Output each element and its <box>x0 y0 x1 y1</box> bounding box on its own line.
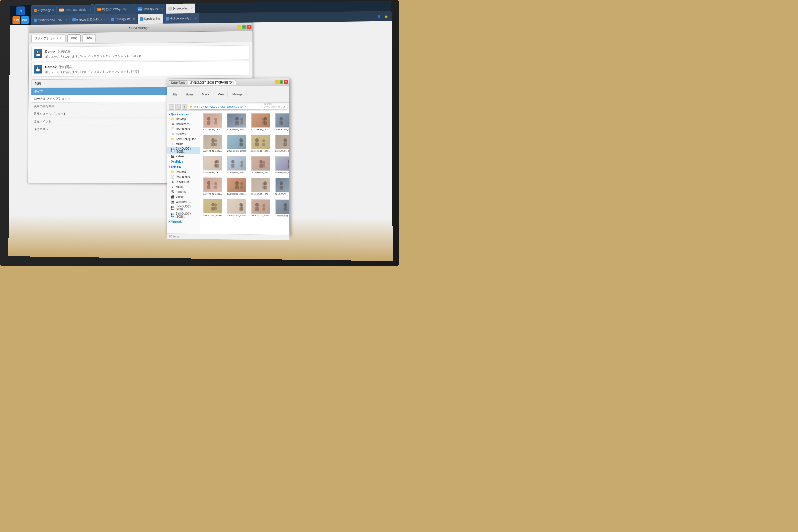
tab-fs3017[interactable]: DSM FS3017_VMMp - Sy... ✕ <box>94 4 135 15</box>
thumbnail-item[interactable]: 2018-03-01_165... <box>249 155 272 175</box>
tab-synology-3[interactable]: Synology Inc. <box>137 14 163 24</box>
sidebar-pc-synology-1[interactable]: 💾 SYNOLOGY iSCSI... <box>167 204 200 212</box>
tab-synology-active[interactable]: Synology Inc. ✕ <box>166 3 195 14</box>
sidebar-documents[interactable]: 📄 Documents <box>167 127 200 132</box>
sidebar-videos[interactable]: 🎬 Videos <box>167 154 200 159</box>
thumbnail-item[interactable]: 2018-03-01_16370 0 <box>225 176 248 197</box>
thumbnail-item[interactable]: Pero Rydes_SPB Edit... <box>274 155 289 175</box>
nav-back-btn[interactable]: ← <box>169 104 174 110</box>
thumbnail-item[interactable]: 2018-03-01_16914 <box>273 112 289 132</box>
snapshot-btn[interactable]: スナップショット ▼ <box>31 34 65 42</box>
app-icon-1[interactable]: ⊞ <box>16 6 25 15</box>
thumbnail-item[interactable]: 2018-03-01_17046 <box>225 197 248 218</box>
thumbnail-item[interactable]: 2018-03-01_1700S 6 (T) <box>274 176 289 197</box>
tab-high-availability[interactable]: High Availability |... ✕ <box>163 13 199 24</box>
sidebar-onedrive-header[interactable]: ▸ OneDrive <box>167 159 200 164</box>
sidebar-pc-synology-2[interactable]: 💾 SYNOLOGY iSCSI... <box>167 211 200 219</box>
synology-iscsi-qa-icon: 💾 <box>171 148 175 152</box>
sidebar-onedrive: ▸ OneDrive <box>167 159 200 164</box>
close-btn[interactable]: ✕ <box>247 25 251 29</box>
search-box[interactable]: Search SYNOLOGY iSCSI STO... <box>262 104 287 109</box>
pc-videos-icon: 🎬 <box>171 195 175 199</box>
iscsi-app-icon[interactable]: iSCSI <box>21 16 29 24</box>
tab-entry-cgi[interactable]: entry.cgi (1920x45...) ✕ <box>70 14 108 24</box>
sidebar-music[interactable]: ♪ Music <box>167 141 200 147</box>
svg-point-45 <box>240 161 243 164</box>
tab-drive-tools[interactable]: Drive Tools <box>169 80 187 84</box>
sidebar-synology-iscsi-qa[interactable]: 💾 SYNOLOGY iSCSI... <box>167 147 200 154</box>
thumbnail-item[interactable]: 2018-03-01_1685... <box>274 133 290 154</box>
tab-synology-1[interactable]: - Synology ✕ <box>31 5 57 15</box>
clone-btn[interactable]: 複製 <box>82 34 95 42</box>
col-type: タイプ <box>31 88 171 95</box>
sidebar-this-pc-header[interactable]: ▾ This PC <box>167 165 200 169</box>
sidebar-pc-videos[interactable]: 🎬 Videos <box>167 194 200 200</box>
nav-up-btn[interactable]: ↑ <box>182 104 187 110</box>
tab-synology-2[interactable]: Synology Inc. ✕ <box>108 14 137 24</box>
nav-forward-btn[interactable]: → <box>175 104 181 110</box>
thumbnail-item[interactable]: 2018-03-01_16524 <box>225 133 248 153</box>
svg-point-13 <box>240 118 243 121</box>
svg-rect-10 <box>215 121 217 125</box>
svg-rect-84 <box>284 207 287 211</box>
tab-rs4017[interactable]: DSM RS4017xs_VMMp - ✕ <box>57 4 94 15</box>
sidebar-pictures[interactable]: 🖼 Pictures <box>167 132 200 136</box>
ribbon-view-btn[interactable]: View <box>216 92 226 97</box>
svg-rect-46 <box>240 164 243 168</box>
minimize-btn[interactable]: − <box>237 25 241 29</box>
thumbnail-item[interactable]: 2018-03-01_16535 2 <box>249 133 272 154</box>
explorer-maximize[interactable]: □ <box>280 80 283 84</box>
demo-item-2[interactable]: Demo2 予約済み ボリューム 1 にあります, Btrfs, インスタントス… <box>31 61 250 77</box>
thumbnail-item[interactable]: 2018-03-01_16510 6 <box>201 112 224 132</box>
thumbnail-item[interactable]: 2018-03-01_16513 4 <box>249 112 272 132</box>
explorer-close[interactable]: ✕ <box>284 80 288 84</box>
svg-rect-18 <box>262 121 265 125</box>
sidebar-network-header[interactable]: ▸ Network <box>167 219 200 224</box>
thumbnail-item[interactable]: 2018-03-01_17003 <box>201 197 224 218</box>
sidebar-pc-pictures[interactable]: 🖼 Pictures <box>167 189 200 194</box>
svg-point-9 <box>215 118 217 121</box>
thumbnail-item[interactable]: 2018-03-01_16552 2 <box>201 155 224 175</box>
thumbnail-item[interactable]: 2018-03-01_16532 2 <box>225 112 248 132</box>
sidebar-quick-access-header[interactable]: ▾ Quick access <box>167 112 200 117</box>
thumbnail-item[interactable]: 2018-03-01_16560 4 <box>249 176 272 197</box>
svg-point-17 <box>262 118 265 121</box>
ribbon-share-btn[interactable]: Share <box>200 92 211 97</box>
thumbnail-item[interactable]: 2018-03-01_16560 4 <box>201 176 224 196</box>
sidebar-pc-documents[interactable]: 📄 Documents <box>167 174 200 179</box>
svg-point-65 <box>262 182 265 186</box>
tab-sync[interactable]: sync Synology Inc. ✕ <box>135 4 166 14</box>
ribbon-file-btn[interactable]: File <box>171 92 179 97</box>
maximize-btn[interactable]: □ <box>242 25 246 29</box>
thumbnail-item[interactable]: 2018-03-01_17... <box>274 198 289 219</box>
sidebar-pc-windows[interactable]: 💻 Windows (C:) <box>167 199 200 205</box>
demo-item-1[interactable]: Demo 予約済み ボリューム 1 にあります, Btrfs, インスタントスナ… <box>31 45 250 61</box>
ribbon-manage-btn[interactable]: Manage <box>230 92 244 97</box>
thumbnail-item[interactable]: 2018-03-01_1706 4 <box>249 198 272 218</box>
tab-synology-nas[interactable]: Synology NAS で保... ✕ <box>31 15 70 25</box>
monitor-screen: ⊞ DSM iSCSI - Synology ✕ <box>8 1 393 261</box>
sidebar-desktop[interactable]: 📁 Desktop <box>167 117 200 121</box>
svg-rect-50 <box>262 164 265 168</box>
profile-icon[interactable]: 👤 <box>376 13 382 19</box>
sidebar-pc-desktop[interactable]: 📁 Desktop <box>167 169 200 174</box>
dsm-app-icon[interactable]: DSM <box>13 16 20 24</box>
tab-synology-iscsi-storage[interactable]: SYNOLOGY iSCSI STORAGE (D:) <box>188 80 236 84</box>
pictures-icon: 🖼 <box>171 132 175 136</box>
thumbnail-item[interactable]: 2018-03-01_16352 6 <box>225 155 248 175</box>
sidebar-forticlient[interactable]: 📁 FortiClient guide <box>167 136 200 141</box>
svg-rect-74 <box>215 207 217 210</box>
sidebar-pc-downloads[interactable]: ⬇ Downloads <box>167 179 200 185</box>
explorer-statusbar: 80 items <box>167 233 289 240</box>
explorer-minimize[interactable]: − <box>275 80 279 84</box>
svg-rect-20 <box>279 121 283 125</box>
ribbon-home-btn[interactable]: Home <box>184 92 195 97</box>
sync-badge: sync <box>137 7 142 11</box>
extensions-icon[interactable]: 🔒 <box>384 13 389 19</box>
thumbnail-item[interactable]: 2018-03-01_16523 4 <box>201 133 224 153</box>
settings-btn[interactable]: 設定 <box>68 34 80 42</box>
nav-path[interactable]: 📂 This PC > SYNOLOGY iSCSI STORAGE (D:) … <box>188 104 261 110</box>
sidebar-downloads[interactable]: ⬇ Downloads <box>167 121 200 127</box>
sidebar-pc-music[interactable]: ♪ Music <box>167 184 200 190</box>
dsm-badge-2: DSM <box>97 8 101 11</box>
